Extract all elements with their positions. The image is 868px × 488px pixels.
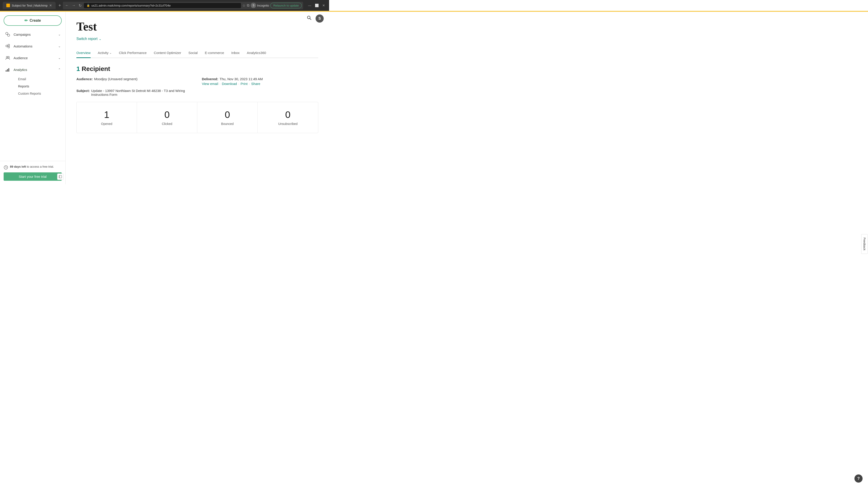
audience-label: Audience: bbox=[76, 77, 93, 81]
tab-inbox[interactable]: Inbox bbox=[231, 48, 240, 58]
lock-icon: 🔒 bbox=[87, 4, 90, 7]
tab-close-button[interactable]: ✕ bbox=[49, 4, 52, 7]
download-link[interactable]: Download bbox=[222, 82, 237, 86]
sidebar-item-automations[interactable]: Automations ⌄ bbox=[0, 40, 65, 52]
incognito-indicator: S Incognito bbox=[251, 3, 269, 8]
split-view-icon[interactable]: ⧉ bbox=[247, 3, 249, 7]
delivered-value: Thu, Nov 30, 2023 11:49 AM bbox=[220, 77, 263, 81]
unsubscribed-count: 0 bbox=[261, 109, 314, 120]
email-meta: Audience: Moodjoy (Unsaved segment) Deli… bbox=[76, 77, 318, 96]
stat-opened: 1 Opened bbox=[76, 102, 137, 133]
svg-rect-8 bbox=[7, 69, 8, 72]
delivered-label: Delivered: bbox=[202, 77, 218, 81]
tab-ecommerce[interactable]: E-commerce bbox=[205, 48, 224, 58]
browser-chrome: Subject for Test | Mailchimp ✕ + ← → ↻ 🔒… bbox=[0, 0, 329, 11]
refresh-button[interactable]: ↻ bbox=[78, 3, 83, 8]
sidebar-toggle-button[interactable] bbox=[57, 173, 64, 180]
sidebar-bottom: 89 days left to access a free trial. Sta… bbox=[0, 161, 65, 184]
search-icon[interactable] bbox=[307, 15, 312, 22]
user-avatar[interactable]: S bbox=[315, 14, 324, 23]
sidebar-item-audience[interactable]: Audience ⌄ bbox=[0, 52, 65, 64]
svg-point-0 bbox=[6, 32, 8, 35]
analytics-chevron-icon: ⌃ bbox=[58, 68, 61, 71]
analytics-icon bbox=[4, 66, 11, 73]
trial-suffix: to access a free trial. bbox=[26, 165, 54, 168]
sidebar-item-analytics[interactable]: Analytics ⌃ bbox=[0, 64, 65, 75]
url-bar[interactable]: 🔒 us21.admin.mailchimp.com/reports/summa… bbox=[84, 3, 241, 8]
create-label: Create bbox=[30, 19, 41, 23]
svg-rect-4 bbox=[8, 46, 9, 48]
svg-point-1 bbox=[7, 34, 10, 36]
main-content: S Test Switch report ⌄ Overview Activity… bbox=[66, 11, 329, 184]
back-button[interactable]: ← bbox=[64, 3, 70, 8]
analytics-subnav: Email Reports Custom Reports bbox=[0, 75, 65, 97]
tab-social[interactable]: Social bbox=[188, 48, 197, 58]
trial-text: 89 days left to access a free trial. bbox=[10, 165, 54, 169]
share-link[interactable]: Share bbox=[251, 82, 260, 86]
app-layout: ✏ Create Campaigns ⌄ Automatio bbox=[0, 11, 329, 184]
tab-overview[interactable]: Overview bbox=[76, 48, 91, 58]
automations-chevron-icon: ⌄ bbox=[58, 44, 61, 48]
tab-analytics360[interactable]: Analytics360 bbox=[247, 48, 266, 58]
subject-row: Subject: Update - 13997 Northlawn St Det… bbox=[76, 89, 193, 96]
subnav-custom-reports[interactable]: Custom Reports bbox=[13, 90, 65, 97]
sidebar: ✏ Create Campaigns ⌄ Automatio bbox=[0, 11, 66, 184]
bookmark-icon[interactable]: ☆ bbox=[242, 3, 246, 8]
sidebar-item-campaigns[interactable]: Campaigns ⌄ bbox=[0, 29, 65, 40]
stats-grid: 1 Opened 0 Clicked 0 Bounced 0 Unsubscri… bbox=[76, 102, 318, 133]
switch-report-button[interactable]: Switch report ⌄ bbox=[76, 36, 101, 42]
automations-label: Automations bbox=[13, 44, 32, 48]
audience-row: Audience: Moodjoy (Unsaved segment) bbox=[76, 77, 193, 86]
clock-icon bbox=[4, 165, 8, 170]
stat-clicked: 0 Clicked bbox=[137, 102, 197, 133]
svg-rect-11 bbox=[59, 175, 62, 178]
tab-favicon bbox=[6, 4, 10, 7]
bounced-label: Bounced bbox=[201, 122, 254, 126]
print-link[interactable]: Print bbox=[241, 82, 248, 86]
tab-click-performance[interactable]: Click Performance bbox=[119, 48, 147, 58]
trial-info: 89 days left to access a free trial. bbox=[4, 165, 62, 170]
switch-report-label: Switch report bbox=[76, 37, 97, 41]
close-window-button[interactable]: ✕ bbox=[321, 3, 327, 8]
url-text: us21.admin.mailchimp.com/reports/summary… bbox=[91, 4, 170, 7]
tab-content-optimizer[interactable]: Content Optimizer bbox=[154, 48, 181, 58]
view-email-link[interactable]: View email bbox=[202, 82, 218, 86]
unsubscribed-label: Unsubscribed bbox=[261, 122, 314, 126]
svg-point-5 bbox=[6, 57, 8, 58]
delivered-section: Delivered: Thu, Nov 30, 2023 11:49 AM Vi… bbox=[202, 77, 318, 86]
subnav-reports[interactable]: Reports bbox=[13, 83, 65, 90]
forward-button[interactable]: → bbox=[71, 3, 76, 8]
stat-bounced: 0 Bounced bbox=[197, 102, 258, 133]
activity-chevron-icon: ⌄ bbox=[110, 51, 112, 55]
minimize-button[interactable]: — bbox=[307, 3, 313, 8]
new-tab-button[interactable]: + bbox=[58, 3, 61, 8]
svg-rect-2 bbox=[6, 45, 7, 47]
audience-label: Audience bbox=[13, 56, 28, 60]
audience-chevron-icon: ⌄ bbox=[58, 56, 61, 60]
clicked-label: Clicked bbox=[141, 122, 193, 126]
trial-days: 89 days left bbox=[10, 165, 26, 168]
tab-title: Subject for Test | Mailchimp bbox=[12, 4, 48, 7]
create-button[interactable]: ✏ Create bbox=[4, 15, 62, 26]
svg-rect-7 bbox=[6, 70, 6, 72]
page-content: Test Switch report ⌄ Overview Activity ⌄… bbox=[66, 11, 329, 142]
pencil-icon: ✏ bbox=[24, 18, 28, 23]
incognito-icon: S bbox=[251, 3, 256, 8]
campaigns-label: Campaigns bbox=[13, 33, 31, 36]
tab-activity[interactable]: Activity ⌄ bbox=[98, 48, 112, 58]
maximize-button[interactable]: ⬜ bbox=[313, 3, 320, 8]
browser-tab[interactable]: Subject for Test | Mailchimp ✕ bbox=[3, 2, 56, 9]
browser-controls: ← → ↻ 🔒 us21.admin.mailchimp.com/reports… bbox=[63, 2, 303, 9]
relaunch-button[interactable]: Relaunch to update bbox=[270, 3, 302, 8]
window-controls: — ⬜ ✕ bbox=[307, 3, 327, 8]
subject-label: Subject: bbox=[76, 89, 90, 93]
svg-rect-9 bbox=[8, 68, 9, 72]
svg-rect-3 bbox=[8, 44, 9, 46]
email-action-links: View email · Download · Print · Share bbox=[202, 82, 318, 86]
bounced-count: 0 bbox=[201, 109, 254, 120]
free-trial-button[interactable]: Start your free trial bbox=[4, 172, 62, 181]
svg-line-14 bbox=[310, 19, 311, 20]
campaigns-chevron-icon: ⌄ bbox=[58, 33, 61, 36]
recipient-count: 1 bbox=[76, 65, 80, 72]
subnav-email[interactable]: Email bbox=[13, 75, 65, 83]
